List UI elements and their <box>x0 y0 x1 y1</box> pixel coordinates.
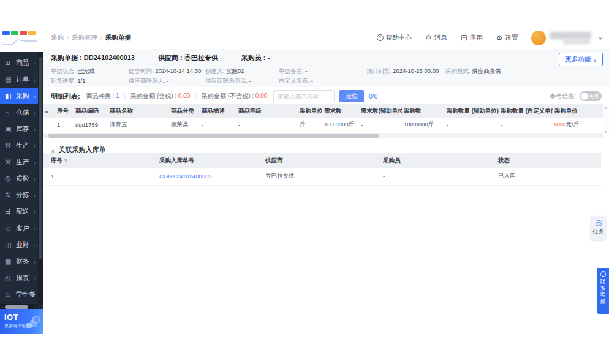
column-filter-icon[interactable] <box>45 108 48 115</box>
apps-button[interactable]: 应用 <box>461 34 483 42</box>
detail-table-vertical-scrollbar[interactable] <box>603 104 609 135</box>
sidebar-item-student-meal[interactable]: ♨学生餐 <box>0 286 38 303</box>
locate-button[interactable]: 定位 <box>339 90 364 102</box>
headset-icon <box>600 271 607 278</box>
cell-demand-qty: 100.0000斤 <box>322 118 359 132</box>
col-receipt-no: 采购入库单号 <box>151 153 257 168</box>
scroll-left-icon[interactable]: ‹ <box>0 305 5 309</box>
scrollbar-thumb[interactable] <box>5 305 28 309</box>
sort-icon[interactable] <box>62 157 68 164</box>
linked-table-header: 序号 采购入库单号 供应商 采购员 状态 <box>43 153 601 168</box>
sidebar-item-warehouse[interactable]: ⌂仓储 <box>0 104 38 121</box>
detail-list-toolbar: 明细列表: 商品种类 : 1 | 采购金额 (含税) : 0.00 | 采购金额… <box>43 88 609 104</box>
task-button-label: 任务 <box>593 228 604 236</box>
sidebar-item-purchase[interactable]: ◧采购 › <box>0 88 38 104</box>
receipt-no-link[interactable]: CGRK24102400005 <box>159 173 212 180</box>
avatar[interactable] <box>531 31 546 45</box>
breadcrumb-purchase-management[interactable]: 采购管理 <box>72 34 97 42</box>
sidebar-item-customer[interactable]: ☺客户 <box>0 220 38 237</box>
topbar-actions: ?帮助中心 消息 应用 设置 <box>377 31 602 45</box>
col-price: 采购单价 <box>553 104 603 118</box>
iot-subtitle: 设备与环境 <box>4 323 26 329</box>
col-demand-qty-aux: 需求数(辅助单位) <box>359 104 402 118</box>
help-icon: ? <box>377 34 384 41</box>
reference-info-toggle[interactable]: 关闭 <box>580 91 602 101</box>
more-actions-button[interactable]: 更多功能 <box>559 53 603 66</box>
scroll-down-icon[interactable] <box>604 129 607 134</box>
scroll-right-icon[interactable]: › <box>597 134 603 138</box>
cell-status: 已入库 <box>490 168 601 185</box>
sidebar-item-inventory[interactable]: ▣库存 <box>0 121 38 137</box>
cell-demand-qty-aux: - <box>359 118 402 132</box>
sidebar-item-production-1[interactable]: ⚒生产 <box>0 137 38 154</box>
cell-purchase-qty-custom: - <box>499 118 553 132</box>
settings-button[interactable]: 设置 <box>496 34 518 42</box>
breadcrumb-separator: / <box>100 34 102 42</box>
cell-name: 冻青豆 <box>108 118 169 132</box>
sidebar-item-production-2[interactable]: ⚒生产 <box>0 154 38 170</box>
chevron-right-icon <box>34 192 36 199</box>
grid-icon: ⊞ <box>5 59 13 67</box>
sidebar-item-label: 报表 <box>16 273 34 282</box>
sorting-icon: ⇅ <box>5 191 13 199</box>
bell-icon <box>425 34 432 41</box>
sidebar-item-delivery[interactable]: ⇶配送 <box>0 203 38 220</box>
iot-banner[interactable]: IOT 设备与环境 <box>0 309 43 334</box>
sidebar-item-report[interactable]: ◴报表 <box>0 270 38 286</box>
report-icon: ◴ <box>5 274 13 282</box>
scroll-left-icon[interactable]: ‹ <box>43 134 48 138</box>
sidebar-horizontal-scrollbar[interactable]: ‹ › <box>0 304 38 309</box>
linked-table-row[interactable]: 1 CGRK24102400005 香巴拉专供 - 已入库 <box>43 168 601 185</box>
sidebar-item-business-finance[interactable]: ◫业财 <box>0 237 38 253</box>
main-content: 采购 / 采购管理 / 采购单据 ?帮助中心 消息 应用 设置 <box>43 28 609 334</box>
scroll-up-icon[interactable] <box>604 105 607 110</box>
col-purchase-qty-aux: 采购数量 (辅助单位) <box>445 104 499 118</box>
task-floating-button[interactable]: 任务 <box>591 216 606 240</box>
chevron-right-icon <box>34 76 36 83</box>
apps-icon <box>461 34 467 41</box>
col-desc: 商品描述 <box>200 104 236 118</box>
sidebar-item-orders[interactable]: ▤订单 <box>0 71 38 88</box>
detail-table: 序号 商品编码 商品名称 商品分类 商品描述 商品等级 采购单位 需求数 需求数… <box>43 104 603 132</box>
contact-service-button[interactable]: 联系客服 <box>597 268 609 314</box>
field-custom-multiselect: 自定义多选: - <box>279 77 313 85</box>
message-button[interactable]: 消息 <box>425 34 447 42</box>
cell-unit: 斤 <box>298 118 322 132</box>
detail-table-horizontal-scrollbar[interactable]: ‹ › <box>43 133 603 138</box>
sidebar-item-quality[interactable]: ◷质检 <box>0 170 38 187</box>
brand-logo[interactable] <box>0 28 43 52</box>
col-index[interactable]: 序号 <box>43 153 151 168</box>
divider: | <box>124 93 126 100</box>
warehouse-icon: ⌂ <box>5 109 13 116</box>
linked-table: 序号 采购入库单号 供应商 采购员 状态 1 CGRK24102400005 香… <box>43 153 603 186</box>
user-account[interactable] <box>531 31 602 45</box>
sidebar-vertical-scrollbar[interactable] <box>38 52 43 305</box>
student-meal-icon: ♨ <box>5 290 13 298</box>
breadcrumb-purchase[interactable]: 采购 <box>51 34 64 42</box>
purchase-bag-icon: ◧ <box>5 92 13 100</box>
sidebar-item-goods[interactable]: ⊞商品 <box>0 55 38 71</box>
col-grade: 商品等级 <box>236 104 298 118</box>
detail-table-row[interactable]: 1 dqd1759 冻青豆 蔬菜类 - - 斤 100.0000斤 - 100.… <box>43 118 603 132</box>
sidebar-item-finance[interactable]: ▦财务 <box>0 253 38 270</box>
scrollbar-thumb[interactable] <box>48 134 379 138</box>
order-supplier: 供应商 : 香巴拉专供 <box>158 53 218 63</box>
delivery-truck-icon: ⇶ <box>5 208 13 216</box>
chevron-right-icon <box>34 142 36 150</box>
chevron-right-icon <box>34 275 36 282</box>
product-search-input[interactable] <box>273 90 335 102</box>
top-bar: 采购 / 采购管理 / 采购单据 ?帮助中心 消息 应用 设置 <box>43 28 609 48</box>
reference-info-label: 参考信息: <box>550 92 576 100</box>
help-center-button[interactable]: ?帮助中心 <box>377 34 412 42</box>
customer-icon: ☺ <box>5 225 13 232</box>
scroll-right-icon[interactable]: › <box>33 305 38 309</box>
chevron-right-icon <box>34 109 36 116</box>
col-purchase-qty: 采购数 <box>402 104 445 118</box>
app-window: ⊞商品 ▤订单 ◧采购 › ⌂仓储 ▣库存 ⚒生产 ⚒生产 ◷质检 ⇅分拣 ⇶配… <box>0 28 609 334</box>
order-buyer: 采购员 : - <box>241 53 270 63</box>
chevron-right-icon <box>34 93 36 100</box>
sidebar-item-sorting[interactable]: ⇅分拣 <box>0 187 38 203</box>
production-icon: ⚒ <box>5 158 13 166</box>
username-redacted <box>550 31 595 45</box>
chevron-right-icon <box>34 159 36 166</box>
